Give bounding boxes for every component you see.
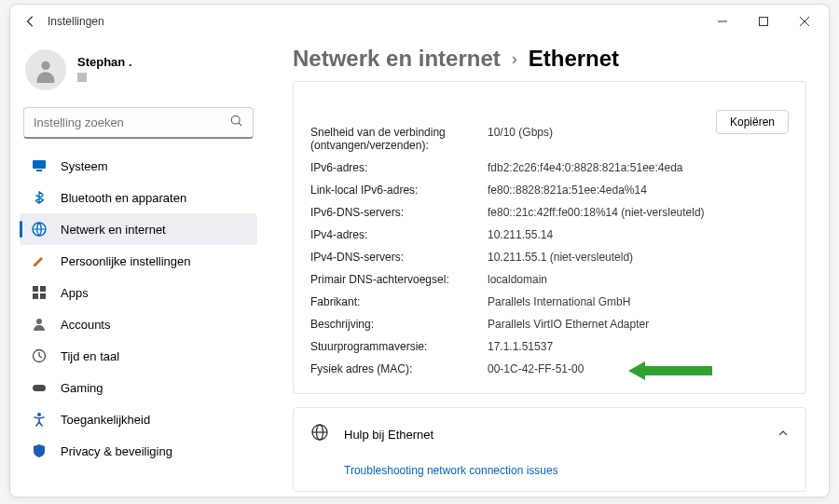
- search-icon: [230, 115, 243, 130]
- sidebar-item-toegankelijkheid[interactable]: Toegankelijkheid: [20, 403, 257, 435]
- svg-rect-1: [760, 18, 768, 26]
- property-row: IPv6-DNS-servers:fe80::21c:42ff:fe00:18%…: [310, 201, 789, 224]
- sidebar-item-gaming[interactable]: Gaming: [20, 372, 257, 403]
- sidebar-item-label: Bluetooth en apparaten: [61, 191, 186, 205]
- sidebar-item-label: Toegankelijkheid: [61, 413, 150, 427]
- property-row: IPv4-DNS-servers:10.211.55.1 (niet-versl…: [310, 246, 789, 268]
- property-value: 10.211.55.1 (niet-versleuteld): [488, 251, 789, 264]
- property-label: Snelheid van de verbinding (ontvangen/ve…: [310, 126, 488, 152]
- property-label: Beschrijving:: [310, 318, 488, 331]
- window-controls: [702, 5, 825, 38]
- search-input[interactable]: [34, 116, 230, 129]
- sidebar-item-label: Apps: [61, 286, 89, 300]
- chevron-up-icon: [777, 428, 789, 442]
- sidebar-item-label: Persoonlijke instellingen: [61, 254, 190, 268]
- property-value: Parallels International GmbH: [488, 295, 789, 308]
- breadcrumb-current: Ethernet: [529, 46, 619, 72]
- close-button[interactable]: [784, 5, 825, 38]
- breadcrumb-parent[interactable]: Netwerk en internet: [293, 46, 501, 72]
- svg-rect-13: [40, 293, 46, 299]
- property-value: fe80::8828:821a:51ee:4eda%14: [488, 184, 789, 197]
- user-icon: [31, 316, 48, 333]
- property-value: fe80::21c:42ff:fe00:18%14 (niet-versleut…: [488, 206, 789, 219]
- connection-properties-card: Bewerken Snelheid van de verbinding (ont…: [293, 81, 806, 394]
- svg-point-14: [36, 319, 42, 324]
- avatar-icon: [25, 49, 66, 90]
- user-name: Stephan .: [77, 55, 132, 69]
- svg-point-17: [37, 413, 41, 416]
- property-row: Stuurprogrammaversie:17.1.1.51537: [310, 335, 789, 358]
- user-profile[interactable]: Stephan .: [20, 44, 257, 103]
- sidebar-item-label: Accounts: [61, 318, 110, 332]
- apps-icon: [31, 284, 48, 301]
- property-row: IPv4-adres:10.211.55.14: [310, 224, 789, 246]
- property-row: Beschrijving:Parallels VirtIO Ethernet A…: [310, 313, 789, 335]
- sidebar-item-bluetooth-en-apparaten[interactable]: Bluetooth en apparaten: [20, 182, 257, 213]
- property-label: IPv6-DNS-servers:: [310, 206, 488, 219]
- search-box[interactable]: [23, 107, 254, 139]
- sidebar-item-privacy-beveiliging[interactable]: Privacy & beveiliging: [20, 435, 257, 467]
- sidebar-item-label: Netwerk en internet: [61, 223, 166, 237]
- shield-icon: [31, 443, 48, 459]
- sidebar-item-label: Systeem: [61, 159, 108, 173]
- property-row: Primair DNS-achtervoegsel:localdomain: [310, 268, 789, 291]
- sidebar-item-persoonlijke-instellingen[interactable]: Persoonlijke instellingen: [20, 245, 257, 277]
- copy-button[interactable]: Kopiëren: [716, 110, 789, 134]
- sidebar-item-label: Tijd en taal: [61, 349, 119, 363]
- help-expander[interactable]: Hulp bij Ethernet: [294, 408, 805, 461]
- property-row: Fysiek adres (MAC):00-1C-42-FF-51-00: [310, 358, 789, 380]
- svg-rect-7: [33, 160, 46, 169]
- minimize-button[interactable]: [702, 5, 743, 38]
- help-link[interactable]: Troubleshooting network connection issue…: [344, 464, 558, 477]
- svg-rect-12: [33, 293, 38, 299]
- settings-window: Instellingen Stephan .: [9, 4, 830, 497]
- svg-marker-18: [628, 361, 712, 380]
- sidebar-item-accounts[interactable]: Accounts: [20, 308, 257, 340]
- help-title: Hulp bij Ethernet: [344, 428, 433, 442]
- chevron-right-icon: ›: [512, 49, 517, 69]
- help-card: Hulp bij Ethernet Troubleshooting networ…: [293, 407, 806, 492]
- clock-icon: [31, 347, 48, 364]
- user-status-icon: [77, 73, 87, 82]
- property-label: Stuurprogrammaversie:: [310, 340, 488, 353]
- main-panel: Netwerk en internet › Ethernet Bewerken …: [267, 38, 829, 497]
- property-label: IPv6-adres:: [310, 161, 488, 174]
- property-row: IPv6-adres:fdb2:2c26:f4e4:0:8828:821a:51…: [310, 157, 789, 179]
- property-label: IPv4-adres:: [310, 228, 488, 241]
- property-value: 17.1.1.51537: [488, 340, 789, 353]
- property-label: Link-local IPv6-adres:: [310, 184, 488, 197]
- back-button[interactable]: [14, 5, 48, 38]
- property-value: fdb2:2c26:f4e4:0:8828:821a:51ee:4eda: [488, 161, 789, 174]
- globe-icon: [310, 423, 329, 446]
- svg-point-5: [231, 116, 240, 124]
- svg-point-4: [41, 61, 49, 70]
- property-value: localdomain: [488, 273, 789, 286]
- sidebar-item-label: Privacy & beveiliging: [61, 444, 172, 458]
- property-row: Link-local IPv6-adres:fe80::8828:821a:51…: [310, 179, 789, 201]
- svg-rect-10: [33, 286, 38, 292]
- gamepad-icon: [31, 379, 48, 396]
- sidebar-item-apps[interactable]: Apps: [20, 277, 257, 308]
- annotation-arrow-icon: [628, 360, 712, 386]
- property-label: Primair DNS-achtervoegsel:: [310, 273, 488, 286]
- paint-icon: [31, 252, 48, 269]
- property-label: IPv4-DNS-servers:: [310, 251, 488, 264]
- property-row: Fabrikant:Parallels International GmbH: [310, 291, 789, 313]
- svg-rect-16: [33, 385, 46, 391]
- property-value: 10.211.55.14: [488, 228, 789, 241]
- nav-list: SysteemBluetooth en apparatenNetwerk en …: [20, 150, 257, 467]
- svg-rect-11: [40, 286, 46, 292]
- accessibility-icon: [31, 411, 48, 428]
- property-label: Fysiek adres (MAC):: [310, 362, 488, 375]
- sidebar-item-systeem[interactable]: Systeem: [20, 150, 257, 182]
- svg-line-6: [239, 123, 241, 126]
- property-label: Fabrikant:: [310, 295, 488, 308]
- monitor-icon: [31, 157, 48, 174]
- sidebar-item-label: Gaming: [61, 381, 103, 395]
- sidebar-item-netwerk-en-internet[interactable]: Netwerk en internet: [20, 213, 257, 245]
- property-value: Parallels VirtIO Ethernet Adapter: [488, 318, 789, 331]
- network-icon: [31, 221, 48, 238]
- sidebar-item-tijd-en-taal[interactable]: Tijd en taal: [20, 340, 257, 372]
- titlebar: Instellingen: [10, 5, 829, 38]
- maximize-button[interactable]: [743, 5, 784, 38]
